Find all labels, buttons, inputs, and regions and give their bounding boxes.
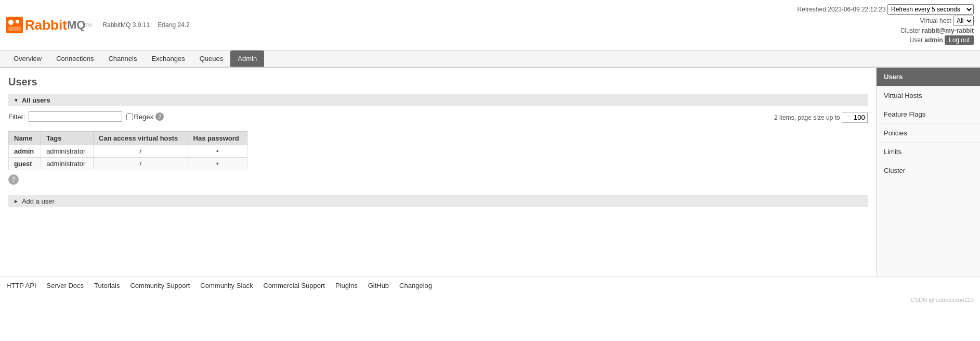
- col-vhosts: Can access virtual hosts: [93, 132, 188, 145]
- nav: Overview Connections Channels Exchanges …: [0, 50, 980, 68]
- sidebar-item-policies[interactable]: Policies: [877, 124, 980, 143]
- arrow-icon: ▼: [14, 97, 19, 103]
- footer-link-commercial-support[interactable]: Commercial Support: [264, 282, 325, 289]
- logout-button[interactable]: Log out: [945, 35, 974, 45]
- page-size-input[interactable]: [842, 112, 868, 123]
- filter-label: Filter:: [8, 113, 25, 121]
- sidebar-item-virtual-hosts[interactable]: Virtual Hosts: [877, 86, 980, 105]
- user-tags-guest: administrator: [41, 158, 94, 170]
- nav-admin[interactable]: Admin: [230, 50, 264, 67]
- refreshed-time: 2023-06-09 22:12:23: [828, 6, 885, 13]
- main-panel: Users ▼ All users Filter: Regex ? 2 item…: [0, 68, 876, 276]
- add-arrow-icon: ►: [14, 198, 19, 204]
- footer-link-community-slack[interactable]: Community Slack: [200, 282, 253, 289]
- user-label: User: [910, 36, 923, 44]
- footer-link-tutorials[interactable]: Tutorials: [94, 282, 120, 289]
- erlang-version: Erlang 24.2: [158, 21, 189, 29]
- nav-connections[interactable]: Connections: [49, 50, 101, 67]
- version-info: RabbitMQ 3.9.11 Erlang 24.2: [102, 21, 195, 29]
- refreshed-label: Refreshed: [798, 6, 826, 13]
- vhost-row: Virtual host All: [798, 16, 974, 26]
- rabbitmq-icon: [6, 17, 23, 33]
- user-password-admin: •: [188, 145, 247, 158]
- add-user-header[interactable]: ► Add a user: [8, 195, 868, 207]
- table-help-icon[interactable]: ?: [8, 174, 19, 185]
- refresh-select[interactable]: Refresh every 5 seconds Refresh every 10…: [887, 4, 974, 15]
- svg-rect-1: [8, 20, 14, 25]
- user-name-admin[interactable]: admin: [9, 145, 41, 158]
- user-vhosts-admin: /: [93, 145, 188, 158]
- regex-label: Regex: [134, 113, 154, 121]
- page-title: Users: [8, 76, 868, 88]
- page-size-text: 2 items, page size up to: [774, 114, 840, 121]
- cluster-value: rabbit@my-rabbit: [922, 27, 974, 34]
- logo-tm: TM: [85, 22, 92, 28]
- footer-link-server-docs[interactable]: Server Docs: [47, 282, 84, 289]
- user-password-guest: •: [188, 158, 247, 170]
- user-vhosts-guest: /: [93, 158, 188, 170]
- content: Users ▼ All users Filter: Regex ? 2 item…: [0, 68, 980, 276]
- nav-exchanges[interactable]: Exchanges: [144, 50, 192, 67]
- col-tags: Tags: [41, 132, 94, 145]
- user-name-guest[interactable]: guest: [9, 158, 41, 170]
- svg-rect-0: [6, 17, 23, 33]
- filter-help-icon[interactable]: ?: [155, 112, 164, 121]
- header: RabbitMQTM RabbitMQ 3.9.11 Erlang 24.2 R…: [0, 0, 980, 50]
- user-value: admin: [924, 36, 943, 44]
- user-tags-admin: administrator: [41, 145, 94, 158]
- svg-rect-2: [16, 20, 19, 23]
- vhost-label: Virtual host: [920, 17, 951, 24]
- cluster-label: Cluster: [900, 27, 920, 34]
- sidebar: Users Virtual Hosts Feature Flags Polici…: [876, 68, 980, 276]
- add-user-section: ► Add a user: [8, 195, 868, 207]
- users-table: Name Tags Can access virtual hosts Has p…: [8, 131, 247, 170]
- all-users-section-header[interactable]: ▼ All users: [8, 94, 868, 106]
- user-row: User admin Log out: [798, 35, 974, 45]
- footer: HTTP API Server Docs Tutorials Community…: [0, 276, 980, 295]
- filter-input[interactable]: [29, 111, 122, 122]
- add-user-label: Add a user: [22, 197, 55, 205]
- page-size-row: 2 items, page size up to: [774, 112, 868, 123]
- footer-link-community-support[interactable]: Community Support: [130, 282, 190, 289]
- watermark: CSDN @luobotoutou123: [0, 295, 980, 305]
- table-row: admin administrator / •: [9, 145, 247, 158]
- refresh-row: Refreshed 2023-06-09 22:12:23 Refresh ev…: [798, 4, 974, 15]
- svg-rect-3: [8, 27, 21, 31]
- nav-queues[interactable]: Queues: [192, 50, 231, 67]
- regex-checkbox[interactable]: [126, 113, 133, 120]
- filter-row: Filter: Regex ?: [8, 111, 164, 122]
- sidebar-item-feature-flags[interactable]: Feature Flags: [877, 105, 980, 124]
- all-users-label: All users: [22, 96, 50, 104]
- cluster-row: Cluster rabbit@my-rabbit: [798, 27, 974, 34]
- logo: RabbitMQTM: [6, 17, 92, 33]
- rabbitmq-version: RabbitMQ 3.9.11: [102, 21, 150, 29]
- footer-link-http-api[interactable]: HTTP API: [6, 282, 36, 289]
- footer-link-changelog[interactable]: Changelog: [399, 282, 432, 289]
- nav-overview[interactable]: Overview: [6, 50, 49, 67]
- top-right: Refreshed 2023-06-09 22:12:23 Refresh ev…: [798, 4, 974, 46]
- sidebar-item-users[interactable]: Users: [877, 68, 980, 86]
- vhost-select[interactable]: All: [953, 16, 974, 26]
- footer-link-github[interactable]: GitHub: [368, 282, 389, 289]
- footer-link-plugins[interactable]: Plugins: [335, 282, 358, 289]
- logo-rabbit-text: Rabbit: [25, 17, 67, 33]
- sidebar-item-limits[interactable]: Limits: [877, 143, 980, 161]
- nav-channels[interactable]: Channels: [101, 50, 144, 67]
- logo-mq-text: MQ: [67, 18, 85, 32]
- table-header-row: Name Tags Can access virtual hosts Has p…: [9, 132, 247, 145]
- col-name: Name: [9, 132, 41, 145]
- col-password: Has password: [188, 132, 247, 145]
- sidebar-item-cluster[interactable]: Cluster: [877, 161, 980, 180]
- table-row: guest administrator / •: [9, 158, 247, 170]
